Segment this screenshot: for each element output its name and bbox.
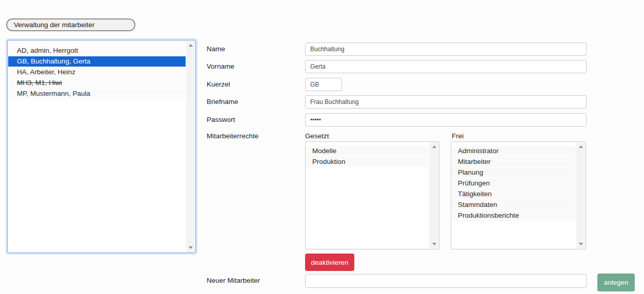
gesetzt-listbox[interactable]: Modelle Produktion [305,141,439,249]
list-item[interactable]: Administrator [452,146,576,156]
briefname-label: Briefname [207,98,238,106]
scroll-down-icon[interactable] [189,246,193,249]
list-item[interactable]: Prüfungen [452,178,576,188]
gesetzt-items: Modelle Produktion [306,146,429,167]
employee-listbox[interactable]: AD, admin, Herrgott GB, Buchhaltung, Ger… [7,40,196,253]
scroll-up-icon[interactable] [189,44,193,47]
scroll-down-icon[interactable] [432,243,436,245]
list-item[interactable]: Stammdaten [452,200,576,210]
list-item[interactable]: HA, Arbeiter, Heinz [8,67,186,77]
briefname-field[interactable] [305,95,587,109]
scrollbar[interactable] [430,142,438,248]
page-title: Verwaltung der mitarbeiter [6,18,135,31]
list-item[interactable]: Produktionsberichte [452,211,576,221]
list-item[interactable]: MP, Mustermann, Paula [8,89,186,99]
scrollbar[interactable] [186,41,195,252]
passwort-field[interactable] [305,113,587,127]
employee-list-items: AD, admin, Herrgott GB, Buchhaltung, Ger… [8,46,186,99]
scroll-down-icon[interactable] [579,243,583,245]
list-item[interactable]: Mitarbeiter [452,157,576,167]
anlegen-button[interactable]: anlegen [597,274,635,291]
vorname-field[interactable] [305,60,587,73]
gesetzt-label: Gesetzt [305,132,329,140]
frei-listbox[interactable]: Administrator Mitarbeiter Planung Prüfun… [451,141,586,249]
list-item-deactivated[interactable]: MH3, M1, Hiwi [8,78,186,88]
list-item[interactable]: Planung [452,167,576,178]
name-label: Name [207,45,225,53]
kuerzel-field[interactable] [305,78,342,91]
neuer-mitarbeiter-field[interactable] [305,274,587,288]
frei-label: Frei [452,132,464,140]
scroll-up-icon[interactable] [579,145,583,148]
kuerzel-label: Kuerzel [207,80,230,89]
frei-items: Administrator Mitarbeiter Planung Prüfun… [452,146,576,221]
name-field[interactable] [305,43,587,56]
scrollbar[interactable] [576,142,585,248]
list-item[interactable]: Tätigkeiten [452,189,576,199]
scroll-up-icon[interactable] [432,145,436,148]
list-item-selected[interactable]: GB, Buchhaltung, Gerta [8,56,186,67]
list-item[interactable]: AD, admin, Herrgott [8,46,186,56]
list-item[interactable]: Modelle [306,146,429,156]
vorname-label: Vorname [207,62,234,71]
deaktivieren-button[interactable]: deaktivieren [305,254,354,271]
list-item[interactable]: Produktion [306,157,429,167]
passwort-label: Passwort [207,116,235,124]
mitarbeiterrechte-label: Mitarbeiterrechte [207,132,258,140]
neuer-mitarbeiter-label: Neuer Mitarbeiter [207,277,260,285]
